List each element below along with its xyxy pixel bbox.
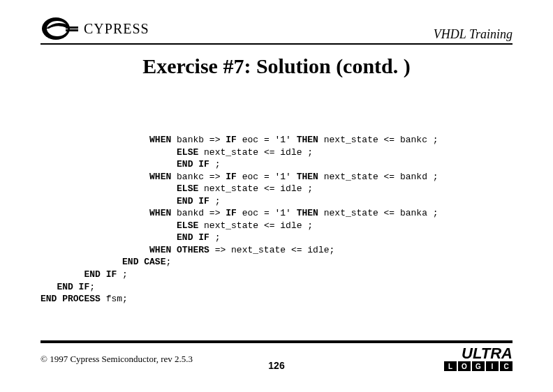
footer-rule: [40, 340, 513, 343]
code-text: bankd =>: [171, 208, 226, 218]
code-text: eoc = '1': [237, 208, 297, 218]
code-text: next_state <= idle ;: [198, 220, 313, 231]
footer-row: © 1997 Cypress Semiconductor, rev 2.5.3 …: [40, 347, 513, 371]
code-kw: END PROCESS: [40, 294, 101, 304]
code-kw: WHEN OTHERS: [149, 245, 209, 255]
brand-block: CYPRESS: [40, 15, 149, 42]
code-text: bankc =>: [171, 172, 226, 182]
code-kw: ELSE: [177, 183, 198, 194]
code-text: ;: [209, 232, 221, 243]
slide-footer: © 1997 Cypress Semiconductor, rev 2.5.3 …: [40, 340, 513, 371]
header-subtitle: VHDL Training: [434, 27, 513, 42]
code-kw: WHEN: [149, 172, 171, 182]
code-kw: THEN: [297, 208, 318, 218]
code-text: next_state <= idle ;: [198, 183, 313, 194]
cypress-logo-icon: [40, 15, 80, 42]
code-listing: WHEN bankb => IF eoc = '1' THEN next_sta…: [40, 134, 438, 306]
code-text: ;: [89, 282, 95, 292]
code-text: next_state <= idle ;: [198, 147, 313, 158]
copyright-text: © 1997 Cypress Semiconductor, rev 2.5.3: [40, 354, 193, 365]
code-text: next_state <= bankd ;: [318, 172, 438, 182]
svg-rect-3: [66, 29, 78, 31]
code-kw: IF: [226, 172, 237, 182]
code-text: next_state <= bankc ;: [318, 135, 438, 145]
svg-rect-2: [66, 27, 78, 29]
code-kw: IF: [226, 135, 237, 145]
ultra-sq: G: [472, 361, 485, 371]
slide-header: CYPRESS VHDL Training: [40, 13, 513, 45]
code-text: ;: [209, 196, 221, 206]
code-text: ;: [117, 269, 128, 280]
code-text: bankb =>: [171, 135, 226, 145]
code-text: ;: [165, 257, 171, 267]
code-text: ;: [209, 159, 221, 169]
code-kw: WHEN: [149, 135, 171, 145]
code-kw: END IF: [177, 232, 209, 243]
code-kw: END IF: [177, 196, 209, 206]
code-text: eoc = '1': [237, 135, 297, 145]
code-kw: END IF: [57, 282, 89, 292]
ultra-sq: C: [500, 361, 513, 371]
code-kw: IF: [226, 208, 237, 218]
code-kw: END CASE: [122, 257, 165, 267]
code-text: fsm;: [101, 294, 128, 304]
code-kw: THEN: [297, 172, 318, 182]
code-kw: WHEN: [149, 208, 171, 218]
page-number: 126: [268, 360, 284, 371]
ultra-wordmark: ULTRA: [462, 347, 513, 360]
ultra-sq: I: [486, 361, 499, 371]
ultra-sq: L: [444, 361, 457, 371]
code-text: next_state <= banka ;: [318, 208, 438, 218]
code-text: => next_state <= idle;: [209, 245, 334, 255]
code-text: eoc = '1': [237, 172, 297, 182]
code-kw: ELSE: [177, 147, 198, 158]
code-kw: THEN: [297, 135, 318, 145]
brand-name: CYPRESS: [84, 21, 149, 37]
slide-title: Exercise #7: Solution (contd. ): [0, 54, 553, 78]
ultra-sq: O: [458, 361, 471, 371]
ultra-logo: ULTRA L O G I C: [444, 347, 513, 371]
ultra-squares: L O G I C: [444, 361, 513, 371]
code-kw: END IF: [177, 159, 209, 169]
code-kw: END IF: [84, 269, 117, 280]
code-kw: ELSE: [177, 220, 198, 231]
